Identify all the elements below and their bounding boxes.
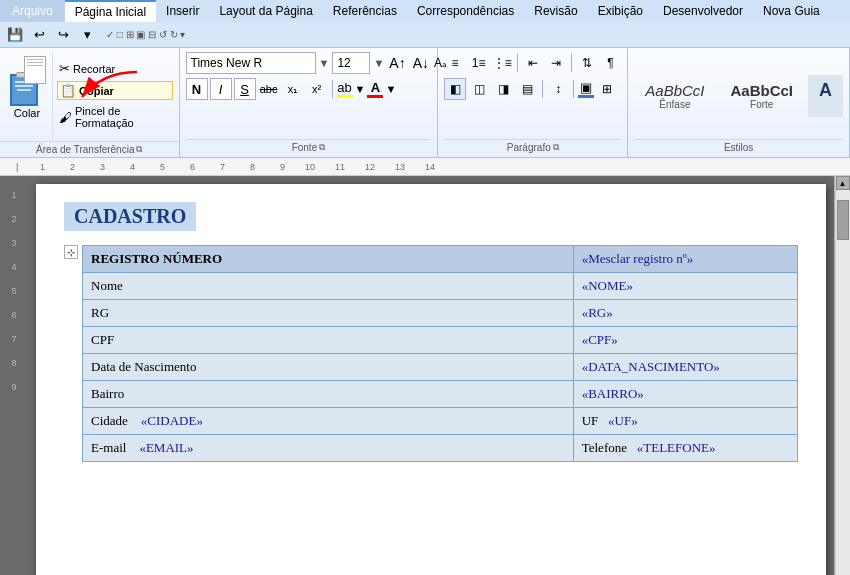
font-group: ▼ ▼ A↑ A↓ Aₐ N I S abc x₁ x² xyxy=(180,48,439,157)
document-area: 1 2 3 4 5 6 7 8 9 CADASTRO ⊹ REGISTRO NÚ… xyxy=(0,176,850,575)
uf-label: UF «UF» xyxy=(573,408,797,435)
underline-button[interactable]: S xyxy=(234,78,256,100)
menu-inserir[interactable]: Inserir xyxy=(156,0,209,22)
qa-undo-button[interactable]: ↩ xyxy=(28,25,50,45)
cpf-label: CPF xyxy=(83,327,574,354)
rg-label: RG xyxy=(83,300,574,327)
font-grow-button[interactable]: A↑ xyxy=(387,55,407,71)
bold-button[interactable]: N xyxy=(186,78,208,100)
email-label: E-mail «EMAIL» xyxy=(83,435,574,462)
table-row: CPF «CPF» xyxy=(83,327,798,354)
nome-label: Nome xyxy=(83,273,574,300)
shading-button[interactable]: ▣ xyxy=(578,80,594,98)
scrollbar: ▲ ▼ xyxy=(834,176,850,575)
uf-value: «UF» xyxy=(608,413,638,428)
decrease-indent-button[interactable]: ⇤ xyxy=(522,52,544,74)
font-row-1: ▼ ▼ A↑ A↓ Aₐ xyxy=(186,52,432,74)
style-forte[interactable]: AaBbCcI Forte xyxy=(719,77,804,115)
font-size-dropdown-icon[interactable]: ▼ xyxy=(373,57,384,69)
table-move-handle[interactable]: ⊹ xyxy=(64,245,78,259)
paragraph-expand-icon[interactable]: ⧉ xyxy=(553,142,559,153)
copiar-button[interactable]: 📋 Copiar xyxy=(57,81,173,100)
rg-value: «RG» xyxy=(573,300,797,327)
align-right-button[interactable]: ◨ xyxy=(492,78,514,100)
clipboard-group-label: Área de Transferência ⧉ xyxy=(0,141,179,157)
paintbrush-icon: 🖌 xyxy=(59,110,72,125)
cidade-label: Cidade «CIDADE» xyxy=(83,408,574,435)
menu-referencias[interactable]: Referências xyxy=(323,0,407,22)
style-extra[interactable]: A xyxy=(808,75,843,117)
title-area: CADASTRO xyxy=(64,202,798,231)
scroll-thumb[interactable] xyxy=(837,200,849,240)
italic-button[interactable]: I xyxy=(210,78,232,100)
justify-button[interactable]: ▤ xyxy=(516,78,538,100)
para-separator-3 xyxy=(542,80,543,98)
align-left-button[interactable]: ◧ xyxy=(444,78,466,100)
cidade-value: «CIDADE» xyxy=(141,413,203,428)
font-separator-1 xyxy=(332,80,333,98)
clipboard-actions: ✂ Recortar 📋 Copiar 🖌 Pincel de Formataç… xyxy=(53,52,177,141)
borders-button[interactable]: ⊞ xyxy=(596,78,618,100)
header-value-cell: «Mesclar registro nº» xyxy=(573,246,797,273)
paragraph-group-label: Parágrafo ⧉ xyxy=(444,139,621,155)
strikethrough-button[interactable]: abc xyxy=(258,78,280,100)
line-spacing-button[interactable]: ↕ xyxy=(547,78,569,100)
font-color-dropdown-icon[interactable]: ▼ xyxy=(385,83,396,95)
pincel-button[interactable]: 🖌 Pincel de Formatação xyxy=(57,104,173,130)
font-color-button[interactable]: A xyxy=(367,80,383,98)
ruler-scale: | 1 2 3 4 5 6 7 8 9 10 11 12 13 14 xyxy=(16,158,850,175)
scroll-track[interactable] xyxy=(836,190,850,575)
page-number-sidebar: 1 2 3 4 5 6 7 8 9 xyxy=(0,176,28,575)
show-marks-button[interactable]: ¶ xyxy=(600,52,622,74)
increase-indent-button[interactable]: ⇥ xyxy=(546,52,568,74)
font-group-label: Fonte ⧉ xyxy=(186,139,432,155)
font-size-input[interactable] xyxy=(332,52,370,74)
menu-desenvolvedor[interactable]: Desenvolvedor xyxy=(653,0,753,22)
align-center-button[interactable]: ◫ xyxy=(468,78,490,100)
menu-layout[interactable]: Layout da Página xyxy=(209,0,322,22)
table-header-row: REGISTRO NÚMERO «Mesclar registro nº» xyxy=(83,246,798,273)
text-highlight-button[interactable]: ab xyxy=(337,80,353,98)
scroll-up-button[interactable]: ▲ xyxy=(836,176,850,190)
qa-dropdown-button[interactable]: ▾ xyxy=(76,25,98,45)
style-enfase[interactable]: AaBbCcI Ênfase xyxy=(634,77,715,115)
bullets-button[interactable]: ≡ xyxy=(444,52,466,74)
numbered-list-button[interactable]: 1≡ xyxy=(468,52,490,74)
menu-nova-guia[interactable]: Nova Guia xyxy=(753,0,830,22)
superscript-button[interactable]: x² xyxy=(306,78,328,100)
sort-button[interactable]: ⇅ xyxy=(576,52,598,74)
cpf-value: «CPF» xyxy=(573,327,797,354)
ruler: | 1 2 3 4 5 6 7 8 9 10 11 12 13 14 xyxy=(0,158,850,176)
subscript-button[interactable]: x₁ xyxy=(282,78,304,100)
menu-correspondencias[interactable]: Correspondências xyxy=(407,0,524,22)
table-container: ⊹ REGISTRO NÚMERO «Mesclar registro nº» … xyxy=(64,245,798,462)
para-separator-4 xyxy=(573,80,574,98)
menu-arquivo[interactable]: Arquivo xyxy=(0,0,65,22)
font-expand-icon[interactable]: ⧉ xyxy=(319,142,325,153)
table-row: Nome «NOME» xyxy=(83,273,798,300)
menu-exibicao[interactable]: Exibição xyxy=(588,0,653,22)
highlight-dropdown-icon[interactable]: ▼ xyxy=(355,83,366,95)
qa-save-button[interactable]: 💾 xyxy=(4,25,26,45)
cidade-row: Cidade «CIDADE» UF «UF» xyxy=(83,408,798,435)
menu-bar: Arquivo Página Inicial Inserir Layout da… xyxy=(0,0,850,22)
clipboard-expand-icon[interactable]: ⧉ xyxy=(136,144,142,155)
paragraph-row-2: ◧ ◫ ◨ ▤ ↕ ▣ ⊞ xyxy=(444,78,621,100)
recortar-button[interactable]: ✂ Recortar xyxy=(57,60,173,77)
bairro-value: «BAIRRO» xyxy=(573,381,797,408)
menu-pagina-inicial[interactable]: Página Inicial xyxy=(65,0,156,22)
paste-button[interactable]: Colar xyxy=(2,52,53,141)
nascimento-label: Data de Nascimento xyxy=(83,354,574,381)
font-shrink-button[interactable]: A↓ xyxy=(411,55,431,71)
menu-revisao[interactable]: Revisão xyxy=(524,0,587,22)
styles-group-label: Estilos xyxy=(634,139,843,155)
qa-redo-button[interactable]: ↪ xyxy=(52,25,74,45)
copy-icon: 📋 xyxy=(60,83,76,98)
table-row: Data de Nascimento «DATA_NASCIMENTO» xyxy=(83,354,798,381)
font-name-input[interactable] xyxy=(186,52,316,74)
quick-access-toolbar: 💾 ↩ ↪ ▾ ✓ □ ⊞ ▣ ⊟ ↺ ↻ ▾ xyxy=(0,22,850,48)
multilevel-list-button[interactable]: ⋮≡ xyxy=(491,52,513,74)
font-dropdown-icon[interactable]: ▼ xyxy=(319,57,330,69)
header-label-cell: REGISTRO NÚMERO xyxy=(83,246,574,273)
scissors-icon: ✂ xyxy=(59,61,70,76)
